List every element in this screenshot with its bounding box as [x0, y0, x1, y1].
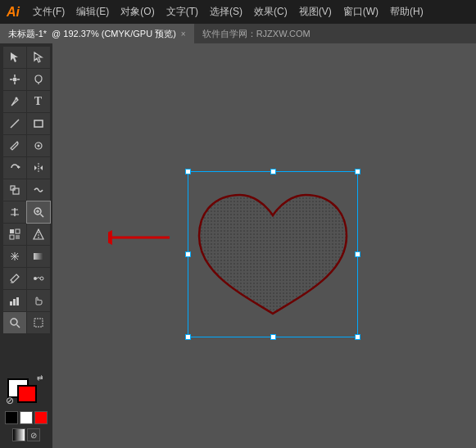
svg-rect-27	[16, 229, 20, 233]
hand-tool[interactable]	[27, 290, 50, 311]
none-swatch[interactable]: ⊘	[27, 428, 40, 441]
zoom-tool[interactable]	[3, 312, 26, 333]
svg-rect-37	[13, 299, 16, 305]
artboard-tool[interactable]	[27, 312, 50, 333]
menu-object[interactable]: 对象(O)	[116, 3, 159, 20]
canvas-area	[52, 43, 476, 448]
svg-point-34	[34, 277, 37, 280]
pen-tool[interactable]	[3, 91, 26, 112]
tab-bar: 未标题-1* @ 192.37% (CMYK/GPU 预览) × 软件自学网：R…	[0, 24, 476, 43]
reflect-tool[interactable]	[27, 157, 50, 179]
tool-row-10	[3, 246, 50, 267]
menu-type[interactable]: 文字(T)	[161, 3, 203, 20]
svg-rect-38	[16, 297, 19, 305]
red-arrow-indicator	[108, 229, 174, 246]
paintbrush-tool[interactable]	[3, 135, 26, 156]
mesh-tool[interactable]	[3, 246, 26, 267]
shape-builder-tool[interactable]	[27, 201, 50, 223]
svg-marker-15	[34, 165, 37, 170]
live-paint-tool[interactable]	[3, 224, 26, 245]
gradient-tool[interactable]	[27, 246, 50, 267]
menu-view[interactable]: 视图(V)	[294, 3, 337, 20]
menu-help[interactable]: 帮助(H)	[385, 3, 428, 20]
blend-tool[interactable]	[27, 268, 50, 289]
svg-line-9	[11, 120, 19, 128]
tool-row-5	[3, 135, 50, 156]
tool-row-1	[3, 47, 50, 68]
black-swatch[interactable]	[5, 411, 18, 424]
svg-marker-16	[40, 165, 43, 170]
svg-rect-32	[34, 253, 43, 260]
graph-tool[interactable]	[3, 290, 26, 311]
select-tool[interactable]	[3, 47, 26, 68]
svg-line-40	[16, 325, 20, 328]
rotate-tool[interactable]	[3, 157, 26, 179]
scale-tool[interactable]	[3, 179, 26, 201]
no-color-icon[interactable]: ⊘	[6, 395, 14, 406]
handle-bottom-left[interactable]	[185, 334, 191, 340]
blob-brush-tool[interactable]	[27, 135, 50, 156]
svg-rect-29	[16, 235, 20, 239]
menu-window[interactable]: 窗口(W)	[338, 3, 383, 20]
lasso-tool[interactable]	[27, 69, 50, 90]
warp-tool[interactable]	[27, 179, 50, 201]
menu-bar: 文件(F) 编辑(E) 对象(O) 文字(T) 选择(S) 效果(C) 视图(V…	[28, 3, 469, 20]
tool-row-12	[3, 290, 50, 311]
gradient-swatch[interactable]	[12, 428, 25, 441]
menu-file[interactable]: 文件(F)	[28, 3, 70, 20]
tab-right-info: 软件自学网：RJZXW.COM	[194, 25, 319, 43]
menu-effect[interactable]: 效果(C)	[249, 3, 292, 20]
stroke-color-swatch[interactable]	[17, 385, 37, 403]
svg-rect-41	[34, 319, 43, 327]
line-tool[interactable]	[3, 113, 26, 134]
handle-top-center[interactable]	[270, 169, 276, 174]
tool-row-7	[3, 179, 50, 201]
menu-edit[interactable]: 编辑(E)	[71, 3, 114, 20]
eyedropper-tool[interactable]	[3, 268, 26, 289]
tab-title: 未标题-1*	[8, 28, 47, 40]
type-tool[interactable]: T	[27, 91, 50, 112]
direct-select-tool[interactable]	[27, 47, 50, 68]
tool-row-11	[3, 268, 50, 289]
color-area: ⇄ ⊘ ⊘	[2, 370, 51, 445]
handle-mid-left[interactable]	[185, 251, 191, 257]
swap-colors-button[interactable]: ⇄	[37, 373, 43, 382]
quick-color-row	[5, 411, 48, 424]
heart-shape-container[interactable]	[191, 174, 355, 334]
magic-wand-tool[interactable]	[3, 69, 26, 90]
handle-bottom-right[interactable]	[355, 334, 360, 340]
tab-close-button[interactable]: ×	[181, 29, 186, 38]
red-swatch[interactable]	[34, 411, 48, 424]
heart-svg	[191, 174, 355, 334]
tool-row-8	[3, 201, 50, 223]
svg-rect-36	[10, 301, 12, 305]
svg-rect-26	[10, 229, 14, 233]
toolbar: T	[0, 43, 52, 448]
svg-point-35	[40, 277, 43, 280]
svg-line-23	[40, 215, 43, 218]
svg-point-6	[12, 78, 16, 82]
svg-point-39	[11, 319, 17, 325]
handle-top-left[interactable]	[185, 169, 191, 174]
width-tool[interactable]	[3, 201, 26, 223]
white-swatch[interactable]	[20, 411, 33, 424]
tab-zoom-info: @ 192.37% (CMYK/GPU 预览)	[52, 28, 176, 40]
app-logo: Ai	[7, 5, 20, 20]
title-bar: Ai 文件(F) 编辑(E) 对象(O) 文字(T) 选择(S) 效果(C) 视…	[0, 0, 476, 24]
gradient-none-row: ⊘	[12, 428, 40, 441]
tool-row-2	[3, 69, 50, 90]
tool-row-13	[3, 312, 50, 333]
menu-select[interactable]: 选择(S)	[205, 3, 247, 20]
svg-rect-10	[34, 120, 43, 127]
tool-row-3: T	[3, 91, 50, 112]
tool-row-4	[3, 113, 50, 134]
rect-tool[interactable]	[27, 113, 50, 134]
handle-mid-right[interactable]	[355, 251, 360, 257]
svg-rect-17	[13, 188, 19, 194]
perspective-tool[interactable]	[27, 224, 50, 245]
active-tab[interactable]: 未标题-1* @ 192.37% (CMYK/GPU 预览) ×	[0, 24, 194, 43]
handle-bottom-center[interactable]	[270, 334, 276, 340]
main-layout: T	[0, 43, 476, 448]
handle-top-right[interactable]	[355, 169, 360, 174]
svg-point-8	[15, 97, 17, 100]
